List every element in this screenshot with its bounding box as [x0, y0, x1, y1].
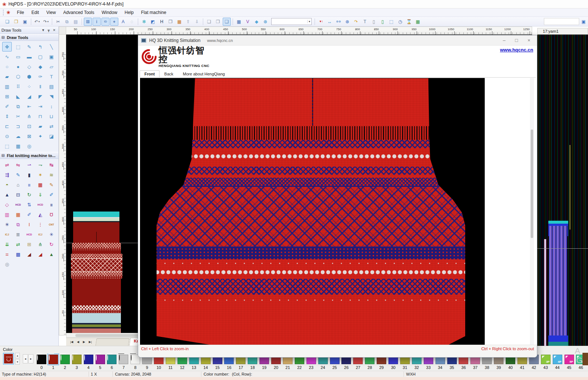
- v-distribute-tool[interactable]: ↕: [47, 102, 56, 111]
- align-left-tool[interactable]: ⇤: [24, 102, 34, 111]
- color-swatch-44[interactable]: 4P: [553, 355, 562, 364]
- diamond-tool[interactable]: ◇: [24, 62, 34, 71]
- pencil-tool[interactable]: ✎: [24, 42, 34, 52]
- cut-rows-tool[interactable]: ✂: [13, 111, 23, 121]
- align-right-tool[interactable]: ⇥: [36, 102, 45, 111]
- gray-layers[interactable]: ≣: [13, 230, 23, 239]
- measure-angle-button[interactable]: A: [119, 18, 127, 26]
- sim-scrollbar[interactable]: [530, 78, 534, 345]
- chevron-down-icon[interactable]: ▾: [307, 20, 311, 23]
- sim-tab-more-about-hengqiang[interactable]: More about HengQiang: [178, 70, 230, 77]
- filled-diamond-tool[interactable]: ◆: [36, 62, 45, 71]
- ellipse-tool[interactable]: ○: [2, 62, 12, 71]
- menu-help[interactable]: Help: [121, 9, 137, 16]
- prev-page-button[interactable]: ◀: [75, 340, 81, 344]
- tile-grid-tool[interactable]: ▦: [13, 141, 23, 151]
- menu-window[interactable]: Window: [98, 9, 121, 16]
- zoom-combo[interactable]: ▾: [271, 18, 312, 25]
- ibeam-red[interactable]: I: [24, 220, 34, 229]
- save-file-button[interactable]: ▣: [21, 18, 29, 26]
- yarn-carrier-panel[interactable]: [537, 35, 588, 346]
- filled-rectangle-tool[interactable]: ▬: [24, 52, 34, 61]
- color-swatch-43[interactable]: 3P: [541, 355, 551, 364]
- color-swatch-4[interactable]: [84, 355, 93, 364]
- fill-bucket-3[interactable]: ◤: [36, 92, 45, 101]
- note-edit[interactable]: ✎: [47, 180, 56, 189]
- hcd-pink[interactable]: HCD: [24, 230, 34, 239]
- redo-button[interactable]: ↷▾: [42, 18, 50, 26]
- copy-button[interactable]: ⧉: [63, 18, 71, 26]
- hqcnc-link[interactable]: www.hqcnc.cn: [500, 47, 533, 53]
- collapse-icon[interactable]: ⊟: [1, 153, 4, 157]
- rounded-rect-tool[interactable]: ▢: [36, 52, 45, 61]
- transfer-split-2[interactable]: ⇁: [36, 160, 45, 170]
- blue-tool[interactable]: ✐: [24, 210, 34, 219]
- find-tool-button[interactable]: H: [158, 18, 166, 26]
- last-page-button[interactable]: ▶|: [87, 340, 94, 344]
- swap-colors-tool[interactable]: ⇄: [47, 121, 56, 131]
- move-view-button[interactable]: ⌖: [110, 18, 118, 26]
- stair-red[interactable]: ◢: [36, 249, 45, 259]
- paste-button[interactable]: ▤: [72, 18, 80, 26]
- copy-pages-tool[interactable]: ⧉: [13, 102, 23, 111]
- palette-scroll-left[interactable]: ◂: [23, 354, 28, 363]
- icj-up[interactable]: ICJ: [36, 230, 45, 239]
- transfer-mix[interactable]: ↹: [47, 160, 56, 170]
- mirror-tool-button[interactable]: ◩: [149, 18, 157, 26]
- frame-bottom-tool[interactable]: ⊔: [47, 111, 56, 121]
- lasso-select-button[interactable]: ◌: [128, 18, 136, 26]
- color-swatch-7[interactable]: [119, 355, 128, 364]
- loop-back[interactable]: ↻: [24, 190, 34, 199]
- pink-stripes[interactable]: ▥: [2, 210, 12, 219]
- down-cancel[interactable]: ⇊: [2, 239, 12, 249]
- color-spin-up[interactable]: ▲: [15, 353, 20, 358]
- magic-wand-tool[interactable]: ✦: [36, 131, 45, 141]
- needle-lines[interactable]: |||: [24, 180, 34, 189]
- close-icon[interactable]: ×: [527, 38, 530, 43]
- filled-hexagon-tool[interactable]: ⬢: [24, 72, 34, 81]
- hourglass-button[interactable]: ⌛: [405, 18, 413, 26]
- pattern-flower-button[interactable]: ✻: [140, 18, 148, 26]
- hcd-move[interactable]: HCD: [13, 200, 23, 209]
- maximize-icon[interactable]: □: [515, 38, 518, 43]
- ring-tool[interactable]: ◎: [2, 259, 12, 269]
- diagonal-dots-tool[interactable]: ⁘: [24, 82, 34, 91]
- eraser-tool[interactable]: ◪: [47, 131, 56, 141]
- first-page-button[interactable]: |◀: [68, 340, 75, 344]
- gold-block-tool[interactable]: ▰: [36, 121, 45, 131]
- crop-image-tool[interactable]: ⊠: [24, 131, 34, 141]
- menu-edit[interactable]: Edit: [28, 9, 43, 16]
- panel-dropdown-icon[interactable]: ▼: [40, 28, 46, 32]
- needle-bed[interactable]: ≋: [47, 170, 56, 180]
- machine-gears-button[interactable]: ⊛⊛: [334, 18, 343, 26]
- parallelogram-tool[interactable]: ▱: [47, 62, 56, 71]
- menu-file[interactable]: File: [13, 9, 28, 16]
- color-image-button[interactable]: ▦: [175, 18, 183, 26]
- copy-pink[interactable]: ⧉: [13, 220, 23, 229]
- send-up-button[interactable]: ⇧: [184, 18, 192, 26]
- usb-read-button[interactable]: ▯: [370, 18, 378, 26]
- row-bands-tool[interactable]: ▤: [47, 82, 56, 91]
- frame-all-tool[interactable]: ⊡: [24, 121, 34, 131]
- machine-time-button[interactable]: ◷: [396, 18, 404, 26]
- new-file-button[interactable]: ❏: [3, 18, 11, 26]
- line-tool[interactable]: ╲: [47, 42, 56, 52]
- rect-select-tool[interactable]: ⬚: [13, 42, 23, 52]
- color-swatch-6[interactable]: [107, 355, 116, 364]
- triple-bars[interactable]: |||: [47, 200, 56, 209]
- package-button[interactable]: ◆: [252, 18, 261, 26]
- machine-setting-button[interactable]: ⊛: [343, 18, 351, 26]
- hidden-view-tab[interactable]: [95, 338, 129, 346]
- export-note[interactable]: ⊞: [24, 239, 34, 249]
- color-swatch-0[interactable]: [37, 355, 46, 364]
- hcd-up[interactable]: HCD: [36, 200, 45, 209]
- color-swatch-2[interactable]: [60, 355, 70, 364]
- fill-bucket-1[interactable]: ◣: [13, 92, 23, 101]
- text-tool[interactable]: T: [47, 72, 56, 81]
- gold-knot[interactable]: ✶: [36, 170, 45, 180]
- transfer-front-back[interactable]: ⇌: [2, 160, 12, 170]
- filled-rounded-rect-tool[interactable]: ▣: [47, 52, 56, 61]
- color-swatch-1[interactable]: [49, 355, 58, 364]
- menu-view[interactable]: View: [43, 9, 60, 16]
- red-pattern-block[interactable]: ▦: [36, 180, 45, 189]
